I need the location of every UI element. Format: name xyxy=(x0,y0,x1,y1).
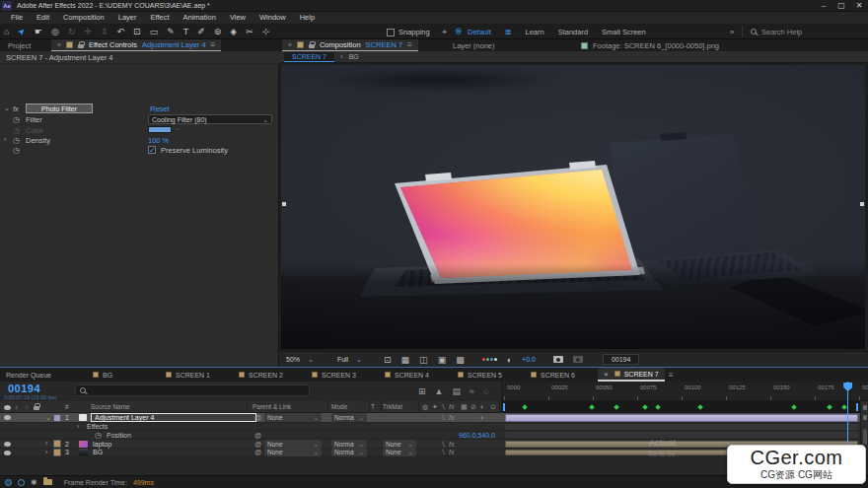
rotation-tool[interactable]: ↶ xyxy=(117,24,125,39)
timeline-tab-screen-1[interactable]: SCREEN 1 xyxy=(160,368,233,382)
tab-footage[interactable]: Footage: SCREEN 6_[0000-0050].png xyxy=(581,41,719,50)
current-frame-display[interactable]: 00194 xyxy=(8,383,40,394)
close-button[interactable]: ✕ xyxy=(850,0,868,12)
effect-switch-icon[interactable]: fx xyxy=(449,449,454,455)
draft-3d-icon[interactable]: ▲ xyxy=(435,386,444,396)
layer-handle-right[interactable] xyxy=(860,202,864,206)
shy-layers-icon[interactable]: ▤ xyxy=(452,386,461,396)
keyframe-icon[interactable] xyxy=(697,404,703,410)
minimize-button[interactable]: – xyxy=(815,0,832,12)
timeline-tab-screen-2[interactable]: SCREEN 2 xyxy=(233,368,306,382)
twirl-right-icon[interactable]: › xyxy=(4,136,6,143)
tab-layer[interactable]: Layer (none) xyxy=(453,41,495,50)
trkmat-dropdown[interactable]: None⌄ xyxy=(383,449,416,456)
stopwatch-icon[interactable]: ◷ xyxy=(13,136,20,145)
workspace-standard[interactable]: Standard xyxy=(558,28,588,36)
twirl-right-icon[interactable]: › xyxy=(45,440,47,447)
anchor-point-tool[interactable]: ⊡ xyxy=(133,24,141,39)
snapping-checkbox[interactable] xyxy=(387,29,395,36)
color-swatch[interactable] xyxy=(148,126,172,133)
tool-options-icon[interactable]: ⌖ xyxy=(442,27,447,37)
roto-brush-tool[interactable]: ✂ xyxy=(246,24,253,39)
quality-switch-icon[interactable]: ∖ xyxy=(441,403,445,411)
orbit-camera-tool[interactable]: ↻ xyxy=(68,24,76,39)
workspace-small-screen[interactable]: Small Screen xyxy=(602,28,646,36)
keyframe-icon[interactable] xyxy=(522,404,528,410)
menu-view[interactable]: View xyxy=(223,12,253,24)
keyframe-icon[interactable] xyxy=(655,404,661,410)
rectangle-tool[interactable]: ▭ xyxy=(150,24,159,39)
twirl-right-icon[interactable]: › xyxy=(45,449,47,455)
mini-flowchart-icon[interactable]: ⊞ xyxy=(418,386,426,396)
parent-dropdown[interactable]: None⌄ xyxy=(264,440,322,449)
resolution-dropdown[interactable]: Full ⌄ xyxy=(337,356,362,364)
maximize-button[interactable]: ▢ xyxy=(832,0,850,12)
mode-dropdown[interactable]: Norma⌄ xyxy=(331,440,367,449)
effect-switch-icon[interactable]: fx xyxy=(449,441,454,448)
layer-color-swatch[interactable] xyxy=(53,414,61,422)
selection-tool[interactable]: ➤ xyxy=(14,24,31,40)
scrollbar-thumb[interactable] xyxy=(863,429,867,445)
lock-icon[interactable] xyxy=(309,44,315,48)
pan-camera-tool[interactable]: ✛ xyxy=(84,24,92,39)
frame-blending-icon[interactable]: ≈ xyxy=(470,386,474,396)
timeline-tab-screen-6[interactable]: SCREEN 6 xyxy=(525,368,598,382)
layer-color-swatch[interactable] xyxy=(53,440,61,448)
grid-options-icon[interactable]: ※ xyxy=(455,27,463,36)
breadcrumb-parent[interactable]: BG xyxy=(349,53,359,60)
time-ruler[interactable]: 0000000250005000075001000012500150001750… xyxy=(501,382,868,401)
menu-help[interactable]: Help xyxy=(293,12,322,24)
keyframe-icon[interactable] xyxy=(615,404,620,410)
panel-menu-icon[interactable]: ≡ xyxy=(669,371,674,380)
adjustment-switch-icon[interactable]: ◐ xyxy=(480,403,484,410)
menu-animation[interactable]: Animation xyxy=(177,12,223,24)
dolly-camera-tool[interactable]: ⇕ xyxy=(101,24,108,39)
workspace-default[interactable]: Default xyxy=(468,28,491,36)
density-value[interactable]: 100 % xyxy=(148,136,169,145)
workspace-menu-icon[interactable]: ≣ xyxy=(505,28,512,36)
reset-link[interactable]: Reset xyxy=(150,105,170,113)
quality-switch-icon[interactable]: ∖ xyxy=(441,449,445,456)
timeline-tab-screen-5[interactable]: SCREEN 5 xyxy=(452,368,525,382)
layer-handle-left[interactable] xyxy=(282,202,286,206)
collapse-icon[interactable]: « xyxy=(288,41,292,48)
timeline-tab-render-queue[interactable]: Render Queue xyxy=(0,368,87,382)
t-column[interactable]: T xyxy=(371,403,375,410)
motion-blur-icon[interactable]: ◌ xyxy=(483,386,488,396)
viewer-frame-field[interactable]: 00194 xyxy=(603,354,639,365)
menu-effect[interactable]: Effect xyxy=(143,12,176,24)
effect-switch-icon[interactable]: fx xyxy=(449,403,454,410)
menu-file[interactable]: File xyxy=(4,12,30,24)
position-value[interactable]: 960.0,540.0 xyxy=(424,432,495,439)
frame-blend-switch-icon[interactable]: ▦ xyxy=(461,403,468,411)
effect-switch-icon[interactable]: fx xyxy=(449,414,454,421)
breadcrumb-current[interactable]: SCREEN 7 xyxy=(284,52,334,62)
keyframe-icon[interactable] xyxy=(841,404,847,410)
preview-status-icon[interactable] xyxy=(18,479,25,486)
trkmat-column[interactable]: TrkMat xyxy=(383,403,402,410)
panel-menu-icon[interactable]: ≡ xyxy=(211,40,216,49)
collapse-switch-icon[interactable]: ✦ xyxy=(432,403,438,411)
property-pickwhip-icon[interactable]: @ xyxy=(254,432,261,439)
menu-layer[interactable]: Layer xyxy=(111,12,144,24)
render-status-icon[interactable] xyxy=(5,479,12,486)
menu-composition[interactable]: Composition xyxy=(56,12,111,24)
out-bracket[interactable] xyxy=(856,403,858,411)
mode-column[interactable]: Mode xyxy=(331,403,347,410)
clone-stamp-tool[interactable]: ⊚ xyxy=(214,24,222,39)
layer-name[interactable]: Adjustment Layer 4 xyxy=(91,413,256,422)
grid-guides-icon[interactable]: ⊡ xyxy=(384,355,392,365)
mask-visibility-icon[interactable]: ◫ xyxy=(419,355,428,365)
menu-window[interactable]: Window xyxy=(253,12,293,24)
parent-dropdown[interactable]: None⌄ xyxy=(264,449,322,456)
timeline-tab-bg[interactable]: BG xyxy=(87,368,160,382)
timeline-search-box[interactable] xyxy=(75,384,310,396)
timeline-tab-screen-3[interactable]: SCREEN 3 xyxy=(306,368,379,382)
transparency-grid-icon[interactable]: ▦ xyxy=(401,355,410,365)
parent-pickwhip-icon[interactable]: @ xyxy=(254,414,261,421)
motion-blur-switch-icon[interactable]: ⊘ xyxy=(470,403,476,411)
parent-pickwhip-icon[interactable]: @ xyxy=(254,449,261,455)
project-folder-icon[interactable] xyxy=(43,479,52,485)
zoom-tool[interactable]: ◎ xyxy=(51,24,59,39)
channels-icon[interactable] xyxy=(482,358,497,361)
